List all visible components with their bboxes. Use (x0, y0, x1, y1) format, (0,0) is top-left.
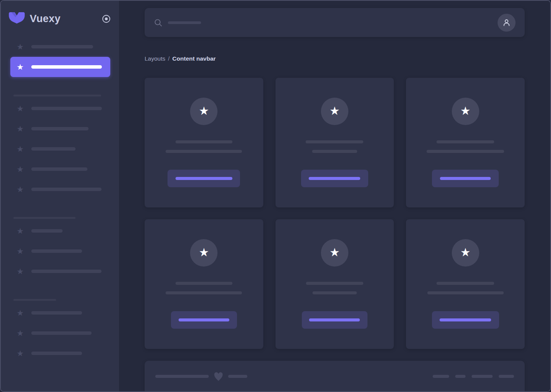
button-label-placeholder (176, 177, 232, 180)
menu-label-placeholder (31, 107, 102, 110)
sidebar: Vuexy ★★★★★★★★★★★★★ (1, 1, 119, 391)
menu-section-divider (13, 299, 56, 301)
button-label-placeholder (179, 318, 229, 321)
app-title[interactable]: Vuexy (30, 13, 61, 25)
sidebar-item[interactable]: ★ (1, 303, 119, 323)
menu-label-placeholder (31, 167, 87, 171)
star-icon: ★ (330, 247, 340, 258)
sidebar-item[interactable]: ★ (1, 159, 119, 179)
sidebar-menu: ★★★★★★★★★★★★★ (1, 37, 119, 391)
star-icon: ★ (460, 105, 470, 117)
radio-dot-icon[interactable] (102, 14, 111, 24)
breadcrumb-parent[interactable]: Layouts (145, 55, 165, 62)
footer-text-placeholder (155, 375, 209, 378)
star-icon: ★ (16, 227, 24, 235)
menu-label-placeholder (31, 127, 89, 130)
star-icon: ★ (16, 145, 24, 153)
star-icon: ★ (330, 105, 340, 117)
text-placeholder-bar (312, 150, 357, 153)
star-icon: ★ (16, 349, 24, 357)
person-icon (502, 18, 511, 27)
heart-icon (214, 371, 223, 382)
card-action-button[interactable] (171, 311, 237, 329)
footer-text-placeholder (228, 375, 247, 378)
breadcrumb-current: Content navbar (172, 55, 216, 62)
text-placeholder-bar (306, 140, 363, 143)
card-action-button[interactable] (168, 170, 240, 187)
breadcrumb: Layouts / Content navbar (145, 55, 525, 62)
star-avatar: ★ (452, 239, 479, 267)
star-icon: ★ (199, 105, 209, 117)
footer-links (433, 375, 514, 378)
star-icon: ★ (16, 309, 24, 317)
sidebar-item-active[interactable]: ★ (10, 57, 110, 77)
sidebar-item[interactable]: ★ (1, 37, 119, 57)
sidebar-item[interactable]: ★ (1, 323, 119, 343)
sidebar-header: Vuexy (1, 1, 119, 37)
skeleton-card: ★ (145, 78, 263, 207)
text-placeholder-bar (306, 282, 363, 285)
star-icon: ★ (16, 104, 24, 112)
button-label-placeholder (440, 318, 491, 321)
card-grid: ★★★★★★ (145, 78, 525, 349)
star-icon: ★ (16, 63, 24, 71)
main-content: Layouts / Content navbar ★★★★★★ (119, 1, 550, 391)
vuexy-logo-icon[interactable] (9, 12, 25, 25)
search-bar[interactable] (145, 8, 525, 37)
star-icon: ★ (460, 247, 470, 258)
sidebar-item[interactable]: ★ (1, 139, 119, 159)
menu-section-divider (13, 217, 76, 219)
star-icon: ★ (16, 125, 24, 133)
star-avatar: ★ (321, 98, 348, 125)
text-placeholder-bar (437, 282, 494, 285)
sidebar-item[interactable]: ★ (1, 261, 119, 281)
text-placeholder-bar (166, 150, 242, 153)
skeleton-card: ★ (406, 219, 525, 349)
card-action-button[interactable] (302, 311, 367, 329)
footer-link-placeholder (472, 375, 493, 378)
app-window: Vuexy ★★★★★★★★★★★★★ (0, 0, 551, 392)
footer-link-placeholder (455, 375, 466, 378)
text-placeholder-bar (176, 282, 232, 285)
sidebar-item[interactable]: ★ (1, 98, 119, 119)
button-label-placeholder (309, 177, 360, 180)
user-avatar[interactable] (498, 14, 516, 32)
skeleton-card: ★ (406, 78, 525, 207)
text-placeholder-bar (166, 291, 242, 294)
star-icon: ★ (16, 43, 24, 51)
menu-label-placeholder (31, 188, 102, 191)
card-action-button[interactable] (301, 170, 368, 187)
text-placeholder-bar (427, 291, 504, 294)
menu-label-placeholder (31, 65, 102, 69)
card-action-button[interactable] (432, 311, 499, 329)
skeleton-card: ★ (276, 78, 394, 207)
menu-label-placeholder (31, 352, 82, 355)
star-icon: ★ (16, 267, 24, 275)
search-placeholder-bar (168, 21, 201, 24)
star-icon: ★ (16, 329, 24, 337)
sidebar-item[interactable]: ★ (1, 221, 119, 241)
menu-label-placeholder (31, 311, 82, 315)
menu-label-placeholder (31, 147, 76, 151)
star-icon: ★ (16, 165, 24, 173)
menu-section-divider (13, 95, 101, 96)
sidebar-item[interactable]: ★ (1, 241, 119, 261)
menu-label-placeholder (31, 45, 93, 48)
footer-card (145, 361, 525, 392)
sidebar-item[interactable]: ★ (1, 343, 119, 363)
text-placeholder-bar (176, 140, 232, 143)
footer-link-placeholder (433, 375, 449, 378)
sidebar-item[interactable]: ★ (1, 119, 119, 139)
card-action-button[interactable] (432, 170, 499, 187)
star-avatar: ★ (190, 98, 218, 125)
star-icon: ★ (199, 247, 209, 258)
menu-label-placeholder (31, 331, 92, 335)
search-icon (154, 18, 163, 27)
menu-label-placeholder (31, 229, 63, 233)
footer-link-placeholder (499, 375, 514, 378)
skeleton-card: ★ (145, 219, 263, 349)
star-avatar: ★ (190, 239, 218, 267)
sidebar-item[interactable]: ★ (1, 179, 119, 199)
text-placeholder-bar (427, 150, 504, 153)
star-icon: ★ (16, 247, 24, 255)
